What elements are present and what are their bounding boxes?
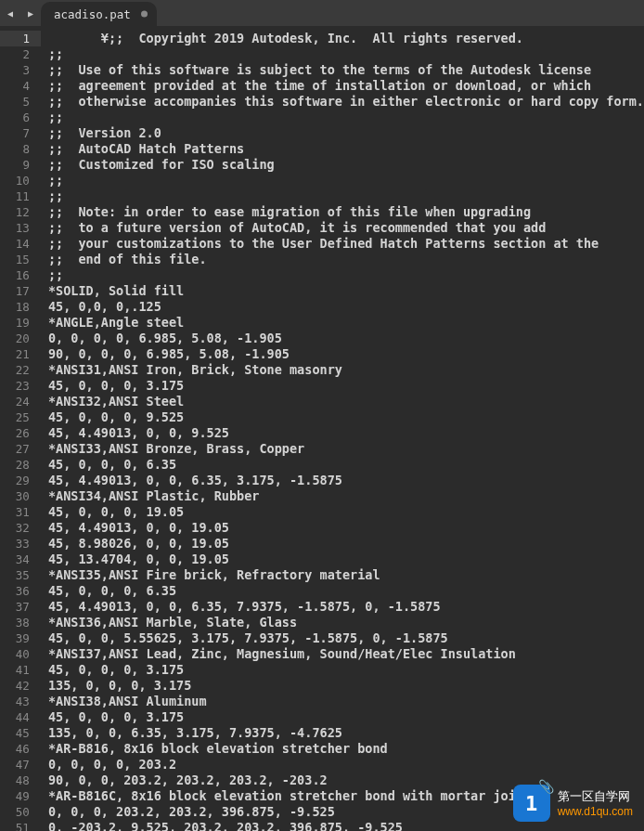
code-line[interactable]: ;;: [48, 173, 644, 188]
code-line[interactable]: 135, 0, 0, 0, 3.175: [48, 678, 644, 694]
line-number: 21: [0, 346, 41, 362]
code-line[interactable]: ¥;; Copyright 2019 Autodesk, Inc. All ri…: [48, 31, 644, 46]
code-line[interactable]: ;; AutoCAD Hatch Patterns: [48, 141, 644, 157]
code-line[interactable]: 45, 0, 0, 0, 9.525: [48, 409, 644, 425]
code-line[interactable]: *ANSI34,ANSI Plastic, Rubber: [48, 488, 644, 504]
code-line[interactable]: *ANSI35,ANSI Fire brick, Refractory mate…: [48, 567, 644, 583]
code-line[interactable]: ;; to a future version of AutoCAD, it is…: [48, 220, 644, 236]
code-line[interactable]: *ANSI36,ANSI Marble, Slate, Glass: [48, 615, 644, 630]
code-line[interactable]: 45, 0, 0, 0, 3.175: [48, 709, 644, 725]
code-line[interactable]: *ANSI38,ANSI Aluminum: [48, 694, 644, 709]
line-number: 45: [0, 725, 41, 741]
line-number: 11: [0, 188, 41, 204]
code-line[interactable]: ;;: [48, 188, 644, 204]
code-line[interactable]: 0, 0, 0, 0, 203.2: [48, 757, 644, 773]
prev-tab-arrow[interactable]: ◀: [0, 0, 20, 26]
line-number: 28: [0, 457, 41, 473]
code-line[interactable]: *ANSI32,ANSI Steel: [48, 394, 644, 409]
code-line[interactable]: 45, 0, 0, 0, 19.05: [48, 504, 644, 520]
code-line[interactable]: 45, 4.49013, 0, 0, 19.05: [48, 520, 644, 536]
line-number: 23: [0, 378, 41, 394]
line-number: 27: [0, 441, 41, 457]
code-line[interactable]: *ANSI31,ANSI Iron, Brick, Stone masonry: [48, 362, 644, 378]
line-number: 29: [0, 473, 41, 488]
line-number: 43: [0, 694, 41, 709]
line-number: 50: [0, 804, 41, 820]
line-number: 41: [0, 662, 41, 678]
code-line[interactable]: ;; end of this file.: [48, 252, 644, 267]
code-line[interactable]: ;; Version 2.0: [48, 125, 644, 141]
line-number: 5: [0, 94, 41, 110]
next-tab-arrow[interactable]: ▶: [20, 0, 41, 26]
line-number: 24: [0, 394, 41, 409]
code-line[interactable]: 45, 4.49013, 0, 0, 9.525: [48, 425, 644, 441]
code-content[interactable]: ¥;; Copyright 2019 Autodesk, Inc. All ri…: [41, 26, 644, 831]
code-line[interactable]: ;; Note: in order to ease migration of t…: [48, 204, 644, 220]
line-number: 38: [0, 615, 41, 630]
watermark-badge-icon: 1 📎: [513, 785, 550, 822]
code-line[interactable]: 45, 4.49013, 0, 0, 6.35, 3.175, -1.5875: [48, 473, 644, 488]
line-number: 8: [0, 141, 41, 157]
code-line[interactable]: 0, 0, 0, 0, 6.985, 5.08, -1.905: [48, 331, 644, 346]
line-number: 7: [0, 125, 41, 141]
watermark-text: 第一区自学网 www.d1qu.com: [558, 788, 633, 818]
line-number: 16: [0, 267, 41, 283]
code-line[interactable]: ;; your customizations to the User Defin…: [48, 236, 644, 252]
line-number: 32: [0, 520, 41, 536]
line-number: 26: [0, 425, 41, 441]
line-number: 30: [0, 488, 41, 504]
line-number: 25: [0, 409, 41, 425]
code-line[interactable]: 45, 0,0, 0,.125: [48, 299, 644, 315]
line-number: 35: [0, 567, 41, 583]
code-line[interactable]: ;;: [48, 46, 644, 62]
line-number: 19: [0, 315, 41, 331]
code-line[interactable]: 45, 4.49013, 0, 0, 6.35, 7.9375, -1.5875…: [48, 599, 644, 615]
code-line[interactable]: 135, 0, 0, 6.35, 3.175, 7.9375, -4.7625: [48, 725, 644, 741]
line-number: 39: [0, 630, 41, 646]
code-line[interactable]: *ANGLE,Angle steel: [48, 315, 644, 331]
code-line[interactable]: 45, 0, 0, 0, 6.35: [48, 583, 644, 599]
code-line[interactable]: 45, 0, 0, 0, 3.175: [48, 662, 644, 678]
code-editor[interactable]: 1234567891011121314151617181920212223242…: [0, 26, 644, 831]
code-line[interactable]: 45, 0, 0, 0, 6.35: [48, 457, 644, 473]
line-number: 22: [0, 362, 41, 378]
code-line[interactable]: 90, 0, 0, 0, 6.985, 5.08, -1.905: [48, 346, 644, 362]
line-number: 40: [0, 646, 41, 662]
line-number: 10: [0, 173, 41, 188]
file-tab[interactable]: acadiso.pat: [41, 2, 157, 26]
code-line[interactable]: *SOLID, Solid fill: [48, 283, 644, 299]
code-line[interactable]: ;;: [48, 110, 644, 125]
code-line[interactable]: ;; Customized for ISO scaling: [48, 157, 644, 173]
line-number: 9: [0, 157, 41, 173]
code-line[interactable]: *ANSI37,ANSI Lead, Zinc, Magnesium, Soun…: [48, 646, 644, 662]
line-number: 31: [0, 504, 41, 520]
watermark-url: www.d1qu.com: [558, 805, 633, 818]
code-line[interactable]: 45, 0, 0, 5.55625, 3.175, 7.9375, -1.587…: [48, 630, 644, 646]
line-number: 49: [0, 788, 41, 804]
line-number: 44: [0, 709, 41, 725]
code-line[interactable]: 45, 0, 0, 0, 3.175: [48, 378, 644, 394]
line-number: 48: [0, 773, 41, 788]
code-line[interactable]: *ANSI33,ANSI Bronze, Brass, Copper: [48, 441, 644, 457]
line-number-gutter: 1234567891011121314151617181920212223242…: [0, 26, 41, 831]
line-number: 46: [0, 741, 41, 757]
line-number: 18: [0, 299, 41, 315]
paperclip-icon: 📎: [538, 779, 554, 794]
line-number: 42: [0, 678, 41, 694]
line-number: 51: [0, 820, 41, 831]
code-line[interactable]: 45, 8.98026, 0, 0, 19.05: [48, 536, 644, 552]
line-number: 6: [0, 110, 41, 125]
code-line[interactable]: 45, 13.4704, 0, 0, 19.05: [48, 552, 644, 567]
line-number: 2: [0, 46, 41, 62]
line-number: 1: [0, 31, 41, 46]
line-number: 37: [0, 599, 41, 615]
code-line[interactable]: *AR-B816, 8x16 block elevation stretcher…: [48, 741, 644, 757]
code-line[interactable]: ;; Use of this software is subject to th…: [48, 62, 644, 78]
watermark-site-name: 第一区自学网: [558, 788, 633, 805]
code-line[interactable]: ;; agreement provided at the time of ins…: [48, 78, 644, 94]
code-line[interactable]: ;; otherwise accompanies this software i…: [48, 94, 644, 110]
code-line[interactable]: ;;: [48, 267, 644, 283]
line-number: 15: [0, 252, 41, 267]
source-watermark: 1 📎 第一区自学网 www.d1qu.com: [513, 785, 633, 822]
line-number: 20: [0, 331, 41, 346]
